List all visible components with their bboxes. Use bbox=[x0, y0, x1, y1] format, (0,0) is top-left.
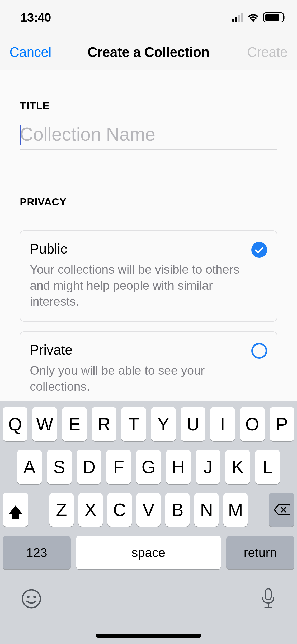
status-time: 13:40 bbox=[21, 10, 51, 25]
shift-icon bbox=[9, 505, 22, 514]
svg-point-1 bbox=[27, 596, 30, 598]
dictation-button[interactable] bbox=[261, 588, 276, 611]
privacy-public-desc: Your collections will be visible to othe… bbox=[30, 261, 243, 310]
keyboard-row-1: Q W E R T Y U I O P bbox=[0, 407, 297, 441]
status-indicators bbox=[232, 12, 284, 22]
backspace-icon bbox=[273, 504, 290, 516]
keyboard-row-2: A S D F G H J K L bbox=[0, 450, 297, 484]
key-a[interactable]: A bbox=[17, 450, 42, 484]
emoji-icon bbox=[21, 588, 42, 609]
text-cursor bbox=[20, 125, 21, 145]
key-t[interactable]: T bbox=[121, 407, 146, 441]
keyboard-row-4: 123 space return bbox=[0, 536, 297, 569]
radio-unselected-icon bbox=[251, 343, 267, 359]
key-d[interactable]: D bbox=[77, 450, 102, 484]
cancel-button[interactable]: Cancel bbox=[10, 44, 51, 60]
privacy-private-title: Private bbox=[30, 342, 243, 358]
keyboard-row-3: Z X C V B N M bbox=[0, 493, 297, 527]
key-x[interactable]: X bbox=[78, 493, 103, 527]
status-bar: 13:40 bbox=[0, 0, 297, 35]
key-backspace[interactable] bbox=[269, 493, 294, 527]
key-p[interactable]: P bbox=[270, 407, 294, 441]
checkmark-icon bbox=[251, 242, 267, 258]
key-b[interactable]: B bbox=[165, 493, 190, 527]
key-o[interactable]: O bbox=[240, 407, 265, 441]
key-return[interactable]: return bbox=[226, 536, 294, 569]
key-l[interactable]: L bbox=[255, 450, 280, 484]
collection-name-input[interactable]: Collection Name bbox=[20, 125, 277, 150]
privacy-private-desc: Only you will be able to see your collec… bbox=[30, 362, 243, 394]
key-i[interactable]: I bbox=[210, 407, 235, 441]
key-u[interactable]: U bbox=[181, 407, 205, 441]
key-space[interactable]: space bbox=[76, 536, 221, 569]
key-r[interactable]: R bbox=[92, 407, 116, 441]
key-s[interactable]: S bbox=[47, 450, 72, 484]
key-f[interactable]: F bbox=[106, 450, 131, 484]
input-placeholder: Collection Name bbox=[20, 125, 277, 144]
nav-bar: Cancel Create a Collection Create bbox=[0, 35, 297, 70]
key-g[interactable]: G bbox=[136, 450, 161, 484]
key-v[interactable]: V bbox=[136, 493, 161, 527]
key-n[interactable]: N bbox=[194, 493, 219, 527]
home-indicator[interactable] bbox=[96, 634, 201, 638]
key-w[interactable]: W bbox=[32, 407, 57, 441]
battery-icon bbox=[263, 12, 284, 22]
title-section-label: TITLE bbox=[20, 100, 277, 112]
create-button[interactable]: Create bbox=[247, 44, 287, 60]
privacy-options: Public Your collections will be visible … bbox=[20, 230, 277, 407]
emoji-button[interactable] bbox=[21, 588, 42, 610]
keyboard: Q W E R T Y U I O P A S D F G H J K L Z … bbox=[0, 401, 297, 644]
svg-point-0 bbox=[22, 590, 40, 608]
cellular-signal-icon bbox=[232, 13, 243, 22]
key-shift[interactable] bbox=[3, 493, 28, 527]
wifi-icon bbox=[247, 13, 260, 22]
privacy-option-public[interactable]: Public Your collections will be visible … bbox=[20, 230, 277, 322]
page-title: Create a Collection bbox=[88, 44, 210, 60]
key-m[interactable]: M bbox=[223, 493, 248, 527]
key-j[interactable]: J bbox=[196, 450, 221, 484]
svg-rect-3 bbox=[265, 589, 271, 600]
svg-point-2 bbox=[33, 596, 36, 598]
key-y[interactable]: Y bbox=[151, 407, 176, 441]
key-e[interactable]: E bbox=[62, 407, 87, 441]
key-numbers[interactable]: 123 bbox=[3, 536, 71, 569]
key-h[interactable]: H bbox=[166, 450, 191, 484]
microphone-icon bbox=[261, 588, 276, 610]
key-k[interactable]: K bbox=[225, 450, 250, 484]
privacy-public-title: Public bbox=[30, 241, 243, 257]
content-area: TITLE Collection Name PRIVACY Public You… bbox=[0, 100, 297, 407]
key-c[interactable]: C bbox=[107, 493, 132, 527]
privacy-option-private[interactable]: Private Only you will be able to see you… bbox=[20, 331, 277, 407]
keyboard-bottom-row bbox=[0, 578, 297, 611]
key-z[interactable]: Z bbox=[49, 493, 74, 527]
privacy-section-label: PRIVACY bbox=[20, 196, 277, 208]
key-q[interactable]: Q bbox=[3, 407, 27, 441]
